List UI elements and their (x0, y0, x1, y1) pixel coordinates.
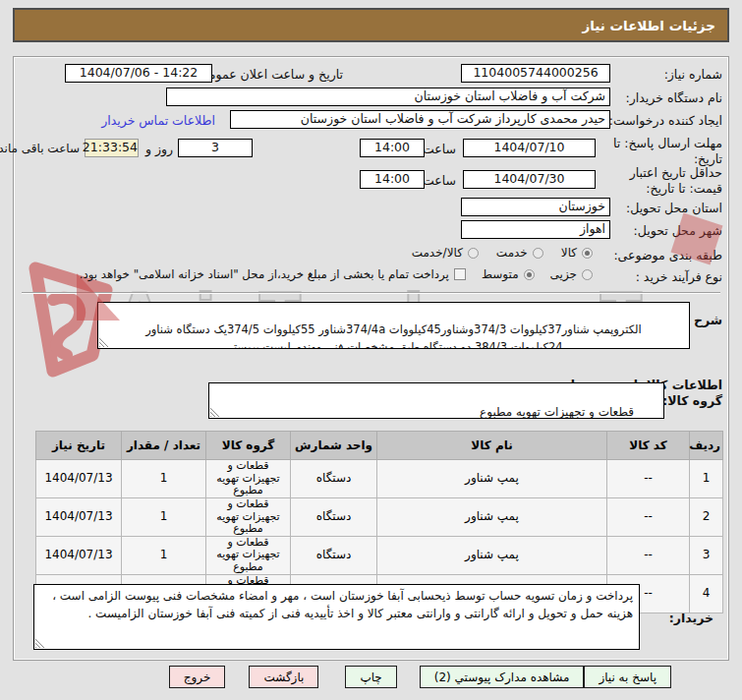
delivery-province-field[interactable]: خوزستان (461, 198, 610, 216)
buyer-contact-link[interactable]: اطلاعات تماس خریدار (101, 113, 215, 128)
general-desc-textarea[interactable]: الکتروپمپ شناور37کیلووات 374/3وشناور45کی… (97, 302, 690, 349)
table-cell: -- (607, 497, 690, 536)
table-header-cell: واحد شمارش (291, 432, 377, 460)
table-row: 2--پمپ شناوردستگاهقطعات و تجهیزات تهویه … (36, 497, 723, 536)
classification-label: طبقه بندی موضوعی: (613, 248, 722, 262)
table-header-cell: تعداد / مقدار (122, 432, 206, 460)
delivery-city-label: شهر محل تحویل: (634, 223, 722, 238)
table-cell: پمپ شناور (377, 497, 607, 536)
table-header-cell: نام کالا (377, 432, 607, 460)
table-cell: 2 (690, 497, 723, 536)
process-type-radio-group: جزییمتوسط (482, 267, 593, 281)
radio-label: کالا (561, 246, 577, 260)
buyer-org-label: نام دستگاه خریدار: (626, 90, 722, 105)
price-validity-time-field[interactable]: 14:00 (360, 170, 425, 189)
radio-unselected-icon[interactable] (533, 248, 543, 259)
price-validity-date-field[interactable]: 1404/07/30 (463, 170, 596, 189)
process-type-label: نوع فرآیند خرید : (636, 269, 722, 284)
hours-remaining-label: ساعت باقی مانده (0, 142, 80, 155)
resize-handle-icon[interactable] (35, 638, 45, 648)
radio-selected-icon[interactable] (582, 248, 593, 259)
radio-option[interactable]: خدمت (496, 246, 543, 260)
footer-button-bar: پاسخ به نیازمشاهده مدارک پیوستي (2)چاپبا… (160, 666, 671, 688)
deadline-label: مهلت ارسال پاسخ: تا تاریخ: (612, 136, 722, 166)
table-cell: پمپ شناور (377, 460, 607, 498)
page-title: جزئیات اطلاعات نیاز (582, 18, 715, 33)
table-cell: 1404/07/13 (36, 536, 122, 574)
buyer-org-field[interactable]: شرکت آب و فاضلاب استان خوزستان (166, 88, 610, 106)
view-attachments-button[interactable]: مشاهده مدارک پیوستي (2) (420, 666, 585, 688)
price-validity-label: حداقل تاریخ اعتبار قیمت: تا تاریخ: (616, 165, 722, 196)
table-cell: -- (607, 536, 690, 574)
radio-unselected-icon[interactable] (468, 248, 479, 259)
radio-label: خدمت (496, 246, 528, 260)
classification-radio-group: کالاخدمتکالا/خدمت (412, 246, 593, 260)
table-cell: دستگاه (291, 536, 377, 574)
request-creator-field[interactable]: حیدر محمدی کارپرداز شرکت آب و فاضلاب است… (230, 110, 610, 129)
table-cell: قطعات و تجهیزات تهویه مطبوع (206, 460, 291, 498)
need-number-label: شماره نیاز: (664, 67, 722, 82)
page: { "title_bar": { "title": "جزئیات اطلاعا… (0, 0, 742, 700)
table-cell: قطعات و تجهیزات تهویه مطبوع (206, 497, 291, 536)
goods-group-field[interactable]: قطعات و تجهیزات تهویه مطبوع (208, 382, 664, 419)
radio-option[interactable]: متوسط (482, 267, 535, 281)
table-cell: 1404/07/13 (36, 460, 122, 498)
radio-unselected-icon[interactable] (582, 269, 593, 280)
announce-datetime-field[interactable]: 1404/07/06 - 14:22 (65, 64, 212, 83)
request-creator-label: ایجاد کننده درخواست: (609, 113, 722, 128)
days-and-label: روز و (145, 142, 173, 156)
treasury-checkbox[interactable] (454, 268, 466, 280)
title-bar: جزئیات اطلاعات نیاز (13, 8, 729, 42)
table-cell: قطعات و تجهیزات تهویه مطبوع (206, 536, 291, 574)
deadline-date-field[interactable]: 1404/07/10 (463, 139, 596, 157)
table-cell: 3 (690, 536, 723, 574)
resize-handle-icon[interactable] (99, 337, 109, 347)
table-cell: 4 (690, 574, 723, 612)
table-header-cell: تاریخ نیاز (36, 432, 122, 460)
table-cell: 1404/07/13 (36, 497, 122, 536)
radio-selected-icon[interactable] (524, 269, 535, 280)
print-button[interactable]: چاپ (345, 666, 396, 688)
table-cell: 1 (122, 460, 206, 498)
table-cell: پمپ شناور (377, 536, 607, 574)
exit-button[interactable]: خروج (169, 666, 226, 688)
back-button[interactable]: بازگشت (249, 666, 318, 688)
table-header-cell: ردیف (690, 432, 723, 460)
radio-option[interactable]: کالا/خدمت (412, 246, 479, 260)
radio-label: متوسط (482, 267, 519, 281)
radio-option[interactable]: کالا (561, 246, 593, 260)
goods-group-text: قطعات و تجهیزات تهویه مطبوع (480, 405, 634, 419)
table-header-cell: کد کالا (607, 432, 690, 460)
table-cell: 1 (690, 460, 723, 498)
respond-button[interactable]: پاسخ به نیاز (584, 666, 671, 688)
radio-option[interactable]: جزیی (550, 267, 593, 281)
table-header-row: ردیفکد کالانام کالاواحد شمارشگروه کالاتع… (36, 432, 723, 460)
buyer-notes-text: پرداخت و زمان تسویه حساب توسط ذیحسابی آب… (52, 589, 633, 620)
delivery-city-field[interactable]: اهواز (461, 220, 610, 239)
deadline-hour-label: ساعت (423, 142, 456, 156)
table-row: 3--پمپ شناوردستگاهقطعات و تجهیزات تهویه … (36, 536, 723, 574)
countdown-timer: 21:33:54 (85, 139, 139, 157)
treasury-checkbox-label: پرداخت تمام یا بخشی از مبلغ خرید،از محل … (80, 267, 449, 281)
goods-group-label: گروه کالا: (662, 393, 722, 408)
table-cell: -- (607, 460, 690, 498)
table-cell: دستگاه (291, 497, 377, 536)
table-header-cell: گروه کالا (206, 432, 291, 460)
announce-datetime-label: تاریخ و ساعت اعلان عمومی: (195, 67, 343, 82)
remaining-days-field[interactable]: 3 (178, 139, 253, 157)
table-cell: دستگاه (291, 460, 377, 498)
buyer-notes-textarea[interactable]: پرداخت و زمان تسویه حساب توسط ذیحسابی آب… (33, 584, 640, 650)
general-desc-text: الکتروپمپ شناور37کیلووات 374/3وشناور45کی… (145, 322, 641, 349)
radio-label: جزیی (550, 267, 577, 281)
treasury-option: پرداخت تمام یا بخشی از مبلغ خرید،از محل … (80, 267, 466, 281)
delivery-province-label: استان محل تحویل: (626, 201, 722, 215)
radio-label: کالا/خدمت (412, 246, 463, 260)
process-type-row: جزییمتوسط پرداخت تمام یا بخشی از مبلغ خر… (80, 267, 593, 281)
price-validity-hour-label: ساعت (423, 173, 456, 188)
table-cell: 1 (122, 536, 206, 574)
deadline-time-field[interactable]: 14:00 (360, 139, 425, 157)
table-row: 1--پمپ شناوردستگاهقطعات و تجهیزات تهویه … (36, 460, 723, 498)
need-number-field[interactable]: 1104005744000256 (461, 64, 610, 83)
resize-handle-icon[interactable] (210, 407, 220, 417)
need-details-panel: AriaTender.neT شماره نیاز: 1104005744000… (13, 56, 729, 661)
